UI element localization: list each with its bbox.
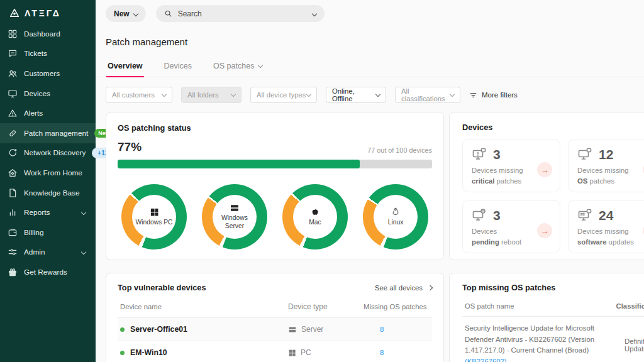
tile-missing-software-updates[interactable]: 24 Devices missingsoftware updates → — [568, 200, 644, 253]
chevron-down-icon — [375, 92, 380, 97]
table-header: OS patch name Classification — [462, 292, 644, 317]
sidebar-item-customers[interactable]: Customers — [0, 63, 96, 84]
sidebar-item-work-from-home[interactable]: Work From Home — [0, 163, 96, 183]
devices-icon — [8, 89, 18, 99]
sidebar-item-label: Knowledge Base — [24, 189, 80, 197]
sidebar-item-patch-management[interactable]: Patch management New — [0, 123, 96, 143]
search-bar[interactable] — [156, 5, 325, 22]
search-scope-chevron-icon[interactable] — [311, 11, 316, 16]
chevron-down-icon — [258, 63, 263, 68]
see-all-devices-link[interactable]: See all devices — [375, 284, 432, 292]
device-tiles: 3 Devices missingcritical patches → 12 D… — [462, 139, 644, 253]
atera-logo: ΛΤΞΓΔ — [0, 0, 96, 23]
sidebar-item-label: Devices — [24, 89, 50, 98]
sidebar-item-alerts[interactable]: Alerts — [0, 103, 96, 123]
sidebar-item-knowledge-base[interactable]: Knowledge Base — [0, 183, 96, 203]
customers-icon — [8, 69, 18, 79]
status-filter[interactable]: Online, Offline — [326, 87, 386, 103]
windows-icon — [150, 207, 159, 217]
patch-icon — [8, 128, 18, 138]
server-icon — [230, 204, 240, 212]
sidebar-item-label: Patch management — [24, 129, 88, 138]
server-icon — [288, 326, 297, 334]
tabs: Overview Devices OS patches — [96, 58, 644, 77]
sidebar-item-devices[interactable]: Devices — [0, 84, 96, 104]
patching-progress-bar — [118, 160, 432, 168]
tile-missing-critical-patches[interactable]: 3 Devices missingcritical patches → — [462, 139, 560, 192]
sidebar-item-billing[interactable]: Billing — [0, 222, 96, 243]
filter-bar: All customers All folders All device typ… — [106, 87, 634, 103]
table-row[interactable]: Server-Office01 Server 8 — [118, 318, 432, 341]
sidebar-item-dashboard[interactable]: Dashboard — [0, 24, 96, 44]
app-window: ΛΤΞΓΔ Dashboard Tickets Customers Device… — [0, 0, 644, 362]
card-title: Top vulnerable devices — [118, 283, 206, 292]
gift-icon — [8, 267, 18, 277]
donut-windows-server: Windows Server — [202, 184, 267, 250]
document-icon — [8, 188, 18, 198]
more-filters-button[interactable]: More filters — [469, 91, 518, 99]
sidebar-nav: Dashboard Tickets Customers Devices Aler… — [0, 24, 96, 282]
network-discovery-icon — [8, 148, 18, 158]
device-types-filter[interactable]: All device types — [250, 87, 317, 103]
sidebar-item-label: Billing — [24, 228, 43, 237]
missing-patches-count-link[interactable]: 8 — [380, 326, 384, 333]
chevron-down-icon — [162, 92, 167, 97]
devices-card: Devices 3 Devices missingcritical patche… — [449, 112, 644, 260]
sidebar-item-label: Tickets — [24, 49, 47, 58]
monitor-software-icon — [577, 208, 592, 223]
tile-pending-reboot[interactable]: 3 Devicespending reboot → — [462, 200, 560, 253]
windows-icon — [288, 349, 296, 357]
card-title: Top missing OS patches — [462, 283, 555, 292]
card-title: OS patching status — [118, 123, 432, 133]
classifications-filter[interactable]: All classifications — [395, 87, 460, 103]
os-donut-charts: Windows PC Windows Server Mac — [118, 184, 432, 250]
folders-filter[interactable]: All folders — [181, 87, 242, 103]
sidebar-item-reports[interactable]: Reports — [0, 202, 96, 222]
tab-os-patches[interactable]: OS patches — [212, 58, 264, 77]
alerts-icon — [8, 108, 18, 118]
chevron-down-icon — [231, 92, 236, 97]
page-title: Patch management — [106, 36, 634, 47]
filter-icon — [469, 91, 477, 99]
table-header: Device name Device type Missing OS patch… — [118, 292, 432, 318]
sidebar-item-label: Network Discovery — [24, 148, 86, 157]
search-icon — [164, 9, 172, 18]
main-area: New Patch management Overview Devices OS… — [96, 0, 644, 362]
sidebar-item-label: Dashboard — [24, 30, 60, 38]
atera-logo-icon — [9, 8, 20, 19]
tile-missing-os-patches[interactable]: 12 Devices missingOS patches → — [568, 139, 644, 192]
search-input[interactable] — [178, 9, 307, 18]
chevron-down-icon — [133, 11, 138, 16]
sidebar-item-label: Get Rewards — [24, 268, 67, 277]
table-row[interactable]: Security Intelligence Update for Microso… — [462, 317, 644, 362]
table-row[interactable]: EM-Win10 PC 8 — [118, 341, 432, 362]
sidebar-item-tickets[interactable]: Tickets — [0, 44, 96, 64]
missing-patches-count-link[interactable]: 8 — [380, 349, 384, 356]
sliders-icon — [8, 247, 18, 257]
sidebar-item-network-discovery[interactable]: Network Discovery +12 — [0, 143, 96, 163]
sidebar-item-label: Work From Home — [24, 168, 82, 177]
sidebar-item-get-rewards[interactable]: Get Rewards — [0, 262, 96, 282]
sidebar: ΛΤΞΓΔ Dashboard Tickets Customers Device… — [0, 0, 96, 362]
arrow-right-icon[interactable]: → — [537, 162, 552, 177]
new-button[interactable]: New — [106, 5, 146, 22]
chevron-down-icon — [81, 250, 86, 255]
os-patching-status-card: OS patching status 77% 77 out of 100 dev… — [106, 112, 444, 260]
topbar: New — [96, 0, 644, 22]
tab-overview[interactable]: Overview — [106, 58, 144, 77]
arrow-right-icon[interactable]: → — [537, 223, 552, 238]
dashboard-grid: OS patching status 77% 77 out of 100 dev… — [106, 112, 644, 362]
sidebar-item-label: Alerts — [24, 109, 43, 118]
kb-link[interactable]: (KB2267602) — [465, 358, 507, 362]
donut-linux: Linux — [363, 184, 428, 250]
card-title: Devices — [462, 123, 644, 132]
sidebar-item-label: Customers — [24, 69, 60, 78]
linux-icon — [391, 207, 401, 217]
sidebar-item-admin[interactable]: Admin — [0, 243, 96, 263]
top-vulnerable-devices-card: Top vulnerable devices See all devices D… — [106, 273, 444, 362]
customers-filter[interactable]: All customers — [106, 87, 172, 103]
chevron-down-icon — [450, 92, 455, 97]
home-icon — [8, 168, 18, 178]
sidebar-item-label: Admin — [24, 248, 45, 256]
tab-devices[interactable]: Devices — [163, 58, 193, 77]
